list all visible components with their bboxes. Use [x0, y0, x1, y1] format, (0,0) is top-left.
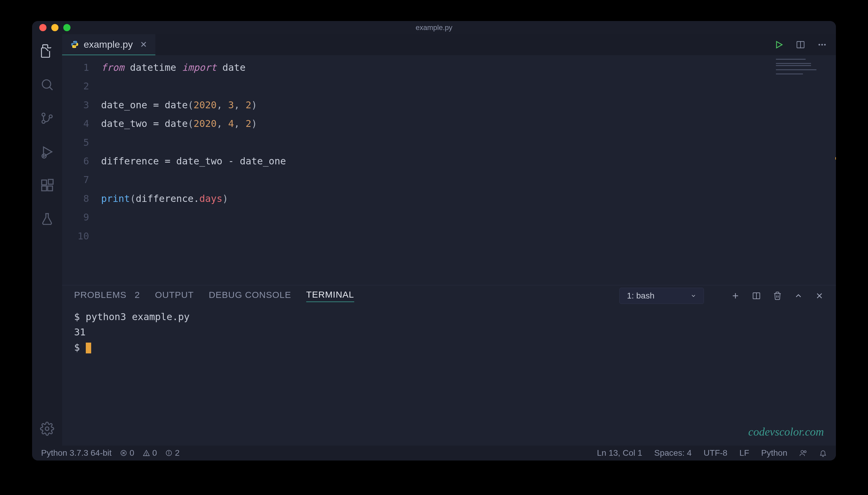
terminal-prompt: $	[74, 340, 824, 355]
svg-rect-9	[48, 186, 52, 191]
titlebar: example.py	[32, 21, 836, 34]
line-number: 4	[62, 114, 89, 133]
terminal-cursor	[86, 343, 91, 353]
code-content[interactable]: from datetime import date date_one = dat…	[101, 55, 836, 285]
svg-point-17	[818, 44, 820, 45]
status-encoding[interactable]: UTF-8	[704, 448, 727, 458]
svg-point-11	[45, 427, 49, 430]
svg-rect-7	[42, 180, 47, 185]
terminal-line: $ python3 example.py	[74, 309, 824, 325]
tab-close-icon[interactable]: ✕	[140, 39, 147, 50]
split-terminal-icon[interactable]	[752, 291, 761, 300]
status-warnings[interactable]: 0	[143, 448, 157, 458]
split-editor-icon[interactable]	[796, 40, 805, 50]
extensions-icon[interactable]	[39, 177, 55, 193]
tab-output[interactable]: OUTPUT	[155, 290, 194, 302]
run-debug-icon[interactable]	[39, 144, 55, 159]
svg-point-18	[821, 44, 823, 45]
search-icon[interactable]	[39, 77, 55, 92]
new-terminal-icon[interactable]	[731, 291, 740, 300]
traffic-lights	[39, 24, 70, 31]
svg-point-33	[169, 451, 169, 452]
line-gutter: 1 2 3 4 5 6 7 8 9 10	[62, 55, 101, 285]
close-window-button[interactable]	[39, 24, 47, 31]
source-control-icon[interactable]	[39, 110, 55, 126]
svg-point-35	[804, 450, 806, 453]
bottom-panel: PROBLEMS 2 OUTPUT DEBUG CONSOLE TERMINAL…	[62, 285, 836, 445]
status-info[interactable]: 2	[165, 448, 180, 458]
status-bar: Python 3.7.3 64-bit 0 0 2 Ln 13, Col 1 S…	[32, 445, 836, 461]
maximize-window-button[interactable]	[63, 24, 70, 31]
main-area: example.py ✕ 1	[32, 34, 836, 445]
status-language[interactable]: Python	[761, 448, 787, 458]
line-number: 5	[62, 133, 89, 152]
tab-example-py[interactable]: example.py ✕	[62, 34, 155, 55]
line-number: 9	[62, 208, 89, 226]
line-number: 6	[62, 152, 89, 170]
status-eol[interactable]: LF	[739, 448, 749, 458]
svg-point-2	[42, 113, 45, 116]
testing-icon[interactable]	[39, 211, 55, 227]
minimap[interactable]	[776, 59, 830, 77]
line-number: 7	[62, 170, 89, 189]
line-number: 1	[62, 58, 89, 77]
svg-point-30	[146, 455, 147, 455]
chevron-down-icon	[691, 293, 696, 299]
minimize-window-button[interactable]	[51, 24, 58, 31]
status-interpreter[interactable]: Python 3.7.3 64-bit	[41, 448, 111, 458]
feedback-icon[interactable]	[799, 449, 807, 457]
warning-icon	[143, 449, 150, 457]
activity-bar	[32, 34, 62, 445]
settings-gear-icon[interactable]	[39, 421, 55, 437]
editor-window: example.py	[32, 21, 836, 461]
tab-label: example.py	[84, 39, 133, 50]
close-panel-icon[interactable]	[815, 291, 824, 300]
terminal-line: 31	[74, 325, 824, 340]
minimap-marker	[835, 157, 836, 159]
problems-count: 2	[135, 290, 140, 300]
code-editor[interactable]: 1 2 3 4 5 6 7 8 9 10 from datetime impor…	[62, 55, 836, 285]
explorer-icon[interactable]	[39, 43, 55, 59]
notifications-icon[interactable]	[819, 449, 827, 457]
svg-point-4	[49, 115, 52, 118]
tabs-row: example.py ✕	[62, 34, 836, 55]
tab-debug-console[interactable]: DEBUG CONSOLE	[209, 290, 291, 302]
tab-terminal[interactable]: TERMINAL	[306, 290, 354, 302]
line-number: 3	[62, 96, 89, 114]
svg-point-3	[42, 120, 45, 123]
svg-point-12	[73, 41, 74, 42]
status-errors[interactable]: 0	[120, 448, 134, 458]
status-cursor-position[interactable]: Ln 13, Col 1	[597, 448, 642, 458]
error-icon	[120, 449, 127, 457]
terminal-selector[interactable]: 1: bash	[619, 288, 704, 304]
run-file-icon[interactable]	[774, 40, 784, 50]
line-number: 8	[62, 189, 89, 208]
python-file-icon	[70, 40, 79, 49]
editor-actions	[774, 34, 827, 55]
svg-rect-10	[48, 180, 53, 184]
svg-point-34	[801, 450, 803, 453]
terminal[interactable]: $ python3 example.py 31 $ codevscolor.co…	[62, 306, 836, 445]
editor-group: example.py ✕ 1	[62, 34, 836, 445]
svg-point-13	[75, 47, 76, 47]
svg-point-19	[824, 44, 826, 45]
tab-problems-label: PROBLEMS	[74, 290, 126, 300]
svg-point-0	[42, 80, 51, 88]
status-indentation[interactable]: Spaces: 4	[654, 448, 692, 458]
kill-terminal-icon[interactable]	[773, 291, 782, 300]
line-number: 2	[62, 77, 89, 96]
svg-line-1	[50, 87, 52, 90]
tab-problems[interactable]: PROBLEMS 2	[74, 290, 140, 302]
watermark: codevscolor.com	[748, 423, 824, 441]
svg-rect-8	[42, 186, 47, 191]
panel-tabs: PROBLEMS 2 OUTPUT DEBUG CONSOLE TERMINAL…	[62, 285, 836, 306]
line-number: 10	[62, 227, 89, 245]
info-icon	[165, 449, 172, 457]
svg-marker-14	[777, 41, 782, 48]
more-actions-icon[interactable]	[817, 40, 827, 50]
svg-marker-5	[44, 147, 52, 157]
terminal-selector-label: 1: bash	[627, 291, 655, 301]
window-title: example.py	[416, 23, 453, 32]
maximize-panel-icon[interactable]	[794, 291, 803, 300]
